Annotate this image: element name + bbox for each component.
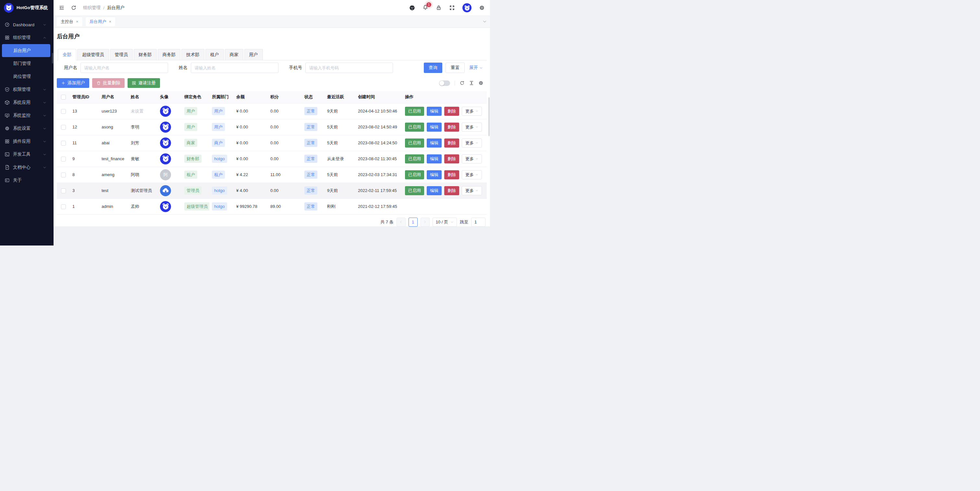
filter-tab-item[interactable]: 商务部 — [158, 49, 181, 60]
page-size-select[interactable]: 10 / 页 — [433, 218, 457, 227]
edit-button[interactable]: 编辑 — [427, 186, 442, 195]
filter-tab-item[interactable]: 技术部 — [181, 49, 204, 60]
enabled-button[interactable]: 已启用 — [405, 170, 424, 180]
close-tab-icon[interactable]: × — [76, 19, 78, 24]
collapse-menu-icon[interactable] — [59, 5, 65, 11]
more-button[interactable]: 更多 — [462, 186, 482, 195]
sidebar-item-6[interactable]: 系统设置 — [0, 122, 54, 135]
select-all-checkbox[interactable] — [61, 95, 66, 100]
notifications-button[interactable]: 1 — [423, 5, 428, 11]
column-header[interactable]: 最近活跃 — [325, 91, 355, 103]
user-avatar[interactable] — [462, 3, 471, 12]
striped-toggle[interactable] — [439, 80, 450, 86]
sidebar-scrollbar-thumb[interactable] — [52, 53, 53, 64]
filter-tab-item[interactable]: 商家 — [225, 49, 243, 60]
app-logo[interactable]: HotGo管理系统 — [0, 0, 54, 16]
column-settings-gear-icon[interactable] — [478, 80, 484, 86]
edit-button[interactable]: 编辑 — [427, 154, 442, 164]
edit-button[interactable]: 编辑 — [427, 170, 442, 180]
expand-filters-link[interactable]: 展开 — [469, 65, 483, 71]
column-header[interactable]: 管理员ID — [70, 91, 99, 103]
sidebar-item-4[interactable]: 系统应用 — [0, 96, 54, 109]
prev-page-button[interactable] — [396, 218, 406, 227]
column-header[interactable]: 状态 — [302, 91, 325, 103]
column-header[interactable]: 操作 — [402, 91, 487, 103]
more-button[interactable]: 更多 — [462, 154, 482, 164]
current-page-button[interactable]: 1 — [409, 218, 418, 227]
filter-tab-active[interactable]: 全部 — [58, 49, 76, 60]
edit-button[interactable]: 编辑 — [427, 122, 442, 132]
more-button[interactable]: 更多 — [462, 107, 482, 116]
tabs-chevron-down-icon[interactable] — [482, 19, 487, 24]
batch-delete-button[interactable]: 批量删除 — [92, 78, 125, 88]
row-checkbox[interactable] — [61, 188, 66, 193]
search-input-3[interactable] — [305, 63, 393, 73]
row-height-icon[interactable] — [469, 80, 474, 86]
jump-to-page-input[interactable] — [471, 218, 485, 227]
enabled-button[interactable]: 已启用 — [405, 107, 424, 116]
enabled-button[interactable]: 已启用 — [405, 154, 424, 164]
search-input-2[interactable] — [191, 63, 278, 73]
enabled-button[interactable]: 已启用 — [405, 122, 424, 132]
lock-icon[interactable] — [436, 5, 442, 11]
filter-tab-item[interactable]: 租户 — [205, 49, 224, 60]
enabled-button[interactable]: 已启用 — [405, 186, 424, 195]
edit-button[interactable]: 编辑 — [427, 107, 442, 116]
sidebar-subitem[interactable]: 岗位管理 — [0, 70, 54, 83]
filter-tab-item[interactable]: 用户 — [244, 49, 263, 60]
invite-register-button[interactable]: 邀请注册 — [127, 78, 160, 88]
column-header[interactable]: 积分 — [268, 91, 302, 103]
sidebar-subitem-active[interactable]: 后台用户 — [2, 44, 50, 57]
column-header[interactable]: 绑定角色 — [182, 91, 209, 103]
reset-button[interactable]: 重置 — [445, 63, 465, 73]
window-scrollbar-thumb[interactable] — [488, 97, 490, 136]
row-checkbox[interactable] — [61, 157, 66, 162]
close-tab-icon[interactable]: × — [109, 19, 111, 24]
sidebar-subitem[interactable]: 部门管理 — [0, 57, 54, 70]
column-header[interactable]: 创建时间 — [355, 91, 402, 103]
reload-table-icon[interactable] — [460, 80, 465, 86]
delete-button[interactable]: 删除 — [444, 138, 459, 148]
page-tab-chip-active[interactable]: 后台用户× — [86, 17, 116, 26]
delete-button[interactable]: 删除 — [444, 122, 459, 132]
column-header[interactable]: 余额 — [234, 91, 268, 103]
enabled-button[interactable]: 已启用 — [405, 138, 424, 148]
filter-tab-item[interactable]: 管理员 — [110, 49, 133, 60]
query-button[interactable]: 查询 — [424, 63, 442, 73]
github-icon[interactable] — [409, 5, 415, 11]
edit-button[interactable]: 编辑 — [427, 138, 442, 148]
sidebar-item-5[interactable]: 系统监控 — [0, 109, 54, 122]
column-header[interactable]: 用户名 — [99, 91, 128, 103]
refresh-icon[interactable] — [71, 5, 76, 11]
more-button[interactable]: 更多 — [462, 122, 482, 132]
column-header[interactable]: 所属部门 — [209, 91, 234, 103]
row-checkbox[interactable] — [61, 204, 66, 209]
sidebar-item-1[interactable]: Dashboard — [0, 18, 54, 31]
row-checkbox[interactable] — [61, 141, 66, 146]
row-checkbox[interactable] — [61, 173, 66, 177]
delete-button[interactable]: 删除 — [444, 186, 459, 195]
sidebar-item-8[interactable]: 开发工具 — [0, 148, 54, 161]
delete-button[interactable]: 删除 — [444, 170, 459, 180]
delete-button[interactable]: 删除 — [444, 154, 459, 164]
page-tab-chip[interactable]: 主控台× — [57, 17, 83, 26]
settings-gear-icon[interactable] — [479, 5, 485, 11]
more-button[interactable]: 更多 — [462, 138, 482, 148]
sidebar-item-7[interactable]: 插件应用 — [0, 135, 54, 148]
fullscreen-icon[interactable] — [449, 5, 455, 11]
next-page-button[interactable] — [420, 218, 430, 227]
row-checkbox[interactable] — [61, 125, 66, 130]
column-header[interactable]: 姓名 — [128, 91, 158, 103]
filter-tab-item[interactable]: 超级管理员 — [77, 49, 109, 60]
sidebar-item-9[interactable]: 文档中心 — [0, 161, 54, 174]
breadcrumb-parent[interactable]: 组织管理 — [83, 5, 100, 11]
delete-button[interactable]: 删除 — [444, 107, 459, 116]
search-input-1[interactable] — [81, 63, 168, 73]
filter-tab-item[interactable]: 财务部 — [134, 49, 157, 60]
sidebar-item-10[interactable]: 关于 — [0, 174, 54, 187]
add-user-button[interactable]: 添加用户 — [57, 78, 89, 88]
column-header[interactable]: 头像 — [158, 91, 182, 103]
more-button[interactable]: 更多 — [462, 170, 482, 180]
row-checkbox[interactable] — [61, 109, 66, 114]
sidebar-item-3[interactable]: 权限管理 — [0, 83, 54, 96]
